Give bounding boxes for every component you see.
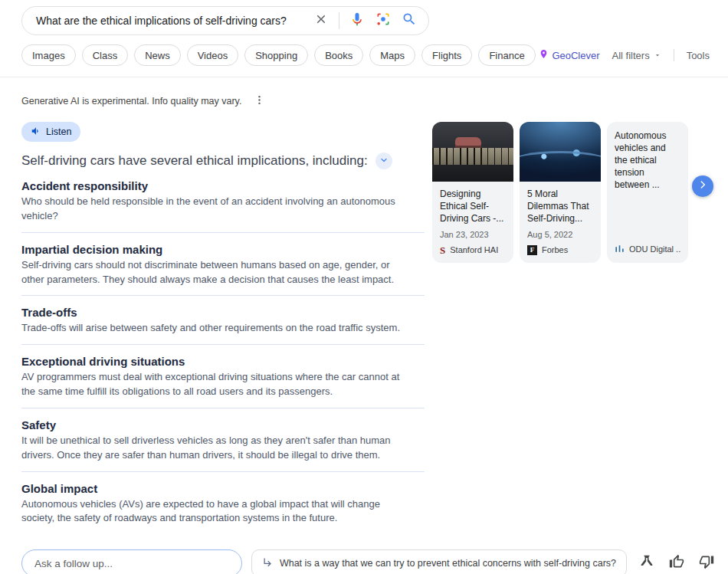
thumb-down-icon: [699, 554, 714, 572]
section-title: Safety: [21, 418, 425, 431]
speaker-icon: [31, 126, 41, 139]
card-date: Jan 23, 2023: [440, 230, 506, 239]
microphone-icon: [349, 11, 365, 30]
filter-chip-images[interactable]: Images: [21, 44, 76, 66]
section-title: Accident responsibility: [21, 179, 425, 192]
overflow-menu-button[interactable]: [252, 94, 266, 108]
section-body: It will be unethical to sell driverless …: [21, 434, 409, 463]
card-source: F Forbes: [527, 239, 593, 255]
ai-heading: Self-driving cars have several ethical i…: [21, 153, 368, 169]
filter-chip-class[interactable]: Class: [82, 44, 129, 66]
geoclever-extension-button[interactable]: GeoClever: [539, 49, 599, 61]
lens-search-button[interactable]: [373, 11, 393, 31]
section-title: Impartial decision making: [21, 243, 425, 256]
ai-section: Safety It will be unethical to sell driv…: [21, 418, 425, 472]
filter-chip-maps[interactable]: Maps: [369, 44, 415, 66]
thumb-up-icon: [669, 554, 684, 572]
chevron-right-icon: [697, 179, 708, 193]
section-title: Global impact: [21, 482, 425, 495]
filter-chip-finance[interactable]: Finance: [478, 44, 535, 66]
feedback-icons: [638, 554, 716, 572]
experiment-feedback-button[interactable]: [638, 554, 656, 572]
card-title: Autonomous vehicles and the ethical tens…: [615, 130, 680, 192]
listen-button[interactable]: Listen: [21, 122, 80, 142]
tools-divider: [674, 49, 674, 61]
followup-input[interactable]: [21, 549, 242, 574]
source-cards-column: Designing Ethical Self-Driving Cars -...…: [432, 122, 688, 534]
section-body: Autonomous vehicles (AVs) are expected t…: [21, 497, 409, 526]
card-body: Designing Ethical Self-Driving Cars -...…: [432, 182, 513, 263]
card-title: 5 Moral Dilemmas That Self-Driving...: [527, 189, 593, 225]
geoclever-label: GeoClever: [552, 50, 599, 61]
forbes-favicon-icon: F: [527, 245, 537, 255]
source-cards: Designing Ethical Self-Driving Cars -...…: [432, 122, 688, 263]
card-source: ODU Digital ...: [615, 238, 680, 255]
card-body: 5 Moral Dilemmas That Self-Driving... Au…: [520, 182, 601, 263]
card-date: Aug 5, 2022: [527, 230, 593, 239]
card-thumbnail: [432, 122, 513, 182]
cards-next-button[interactable]: [692, 175, 713, 197]
section-title: Exceptional driving situations: [21, 355, 425, 368]
card-source-name: Forbes: [542, 245, 568, 254]
beaker-icon: [639, 554, 654, 572]
followup-suggestion-text: What is a way that we can try to prevent…: [280, 558, 616, 569]
filter-chip-books[interactable]: Books: [314, 44, 363, 66]
all-filters-label: All filters: [612, 50, 650, 61]
filter-chip-shopping[interactable]: Shopping: [244, 44, 308, 66]
ai-section: Exceptional driving situations AV progra…: [21, 355, 425, 408]
ai-disclaimer-text: Generative AI is experimental. Info qual…: [21, 96, 241, 107]
card-source-name: Stanford HAI: [450, 245, 498, 254]
search-icon: [402, 11, 417, 30]
map-pin-icon: [539, 49, 549, 61]
source-card-forbes[interactable]: 5 Moral Dilemmas That Self-Driving... Au…: [520, 122, 601, 263]
followup-row: What is a way that we can try to prevent…: [21, 549, 728, 574]
ai-disclaimer-row: Generative AI is experimental. Info qual…: [21, 94, 728, 108]
thumbs-up-button[interactable]: [667, 554, 686, 572]
ai-section: Impartial decision making Self-driving c…: [21, 243, 425, 297]
subdirectory-arrow-icon: [262, 556, 274, 570]
close-icon: [314, 12, 328, 29]
search-header: Images Class News Videos Shopping Books …: [0, 0, 728, 77]
three-dots-icon: [254, 94, 265, 108]
filter-bar: Images Class News Videos Shopping Books …: [21, 44, 728, 77]
tools-button[interactable]: Tools: [687, 50, 710, 61]
filter-chips: Images Class News Videos Shopping Books …: [21, 44, 536, 66]
chevron-down-icon: [379, 154, 389, 168]
voice-search-button[interactable]: [347, 11, 367, 31]
stanford-favicon-icon: S: [440, 245, 445, 255]
followup-suggestion-chip[interactable]: What is a way that we can try to prevent…: [251, 549, 627, 574]
search-submit-button[interactable]: [399, 11, 419, 31]
filter-chip-videos[interactable]: Videos: [187, 44, 239, 66]
ai-content: Listen Self-driving cars have several et…: [21, 122, 728, 534]
section-body: Trade-offs will arise between safety and…: [21, 321, 409, 336]
source-card-stanford[interactable]: Designing Ethical Self-Driving Cars -...…: [432, 122, 513, 263]
section-body: Who should be held responsible in the ev…: [21, 195, 409, 224]
filter-chip-news[interactable]: News: [134, 44, 181, 66]
clear-search-button[interactable]: [311, 11, 331, 31]
collapse-button[interactable]: [375, 153, 392, 169]
section-body: Self-driving cars should not discriminat…: [21, 258, 409, 287]
odu-favicon-icon: [615, 244, 625, 255]
ai-answer-column: Listen Self-driving cars have several et…: [21, 122, 425, 534]
card-title: Designing Ethical Self-Driving Cars -...: [440, 189, 506, 225]
ai-section: Trade-offs Trade-offs will arise between…: [21, 306, 425, 345]
chevron-down-icon: [654, 50, 661, 61]
ai-section: Accident responsibility Who should be he…: [21, 179, 425, 233]
listen-label: Listen: [46, 126, 71, 137]
searchbar-divider: [339, 12, 339, 29]
card-thumbnail: [520, 122, 601, 182]
search-bar[interactable]: [21, 6, 429, 35]
card-body: Autonomous vehicles and the ethical tens…: [607, 122, 688, 263]
ai-section: Global impact Autonomous vehicles (AVs) …: [21, 482, 425, 535]
search-tools: GeoClever All filters Tools: [539, 49, 710, 61]
thumbs-down-button[interactable]: [697, 554, 716, 572]
card-source-name: ODU Digital ...: [629, 244, 680, 254]
source-card-odu[interactable]: Autonomous vehicles and the ethical tens…: [607, 122, 688, 263]
all-filters-button[interactable]: All filters: [612, 50, 661, 61]
search-input[interactable]: [36, 15, 305, 27]
google-lens-icon: [375, 11, 391, 30]
card-source: S Stanford HAI: [440, 239, 506, 255]
section-body: AV programmers must deal with exceptiona…: [21, 370, 409, 399]
section-title: Trade-offs: [21, 306, 425, 319]
filter-chip-flights[interactable]: Flights: [421, 44, 472, 66]
